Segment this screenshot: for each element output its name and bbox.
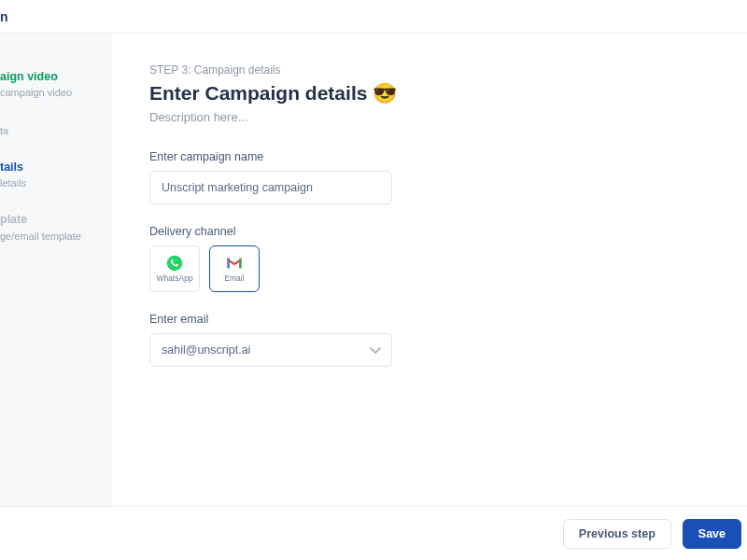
- channel-email[interactable]: Email: [209, 245, 260, 292]
- svg-point-0: [167, 256, 183, 272]
- step-title: plate: [0, 212, 112, 227]
- campaign-name-field: Enter campaign name: [149, 150, 710, 204]
- campaign-name-input[interactable]: [149, 171, 392, 204]
- channel-whatsapp[interactable]: WhatsApp: [149, 245, 200, 292]
- step-subtitle: campaign video: [0, 86, 112, 99]
- layout: aign video campaign video ta tails letai…: [0, 34, 747, 506]
- step-title: aign video: [0, 69, 112, 84]
- channel-label: WhatsApp: [156, 273, 192, 283]
- sidebar-step-4[interactable]: plate ge/email template: [0, 204, 112, 258]
- email-field: Enter email: [149, 313, 710, 367]
- step-subtitle: ge/email template: [0, 230, 112, 243]
- sunglasses-emoji-icon: 😎: [373, 82, 397, 105]
- page-title: Enter Campaign details 😎: [149, 82, 710, 105]
- delivery-channel-label: Delivery channel: [149, 225, 710, 238]
- header-title: n: [0, 9, 8, 24]
- gmail-icon: [226, 255, 243, 272]
- title-text: Enter Campaign details: [149, 82, 367, 105]
- previous-step-button[interactable]: Previous step: [563, 519, 671, 549]
- sidebar-step-2[interactable]: ta: [0, 115, 112, 152]
- delivery-channel-options: WhatsApp Email: [149, 245, 710, 292]
- step-indicator: STEP 3: Campaign details: [149, 63, 710, 77]
- page-header: n: [0, 0, 747, 34]
- save-button[interactable]: Save: [683, 519, 741, 549]
- email-label: Enter email: [149, 313, 710, 326]
- delivery-channel-field: Delivery channel WhatsApp: [149, 225, 710, 292]
- step-subtitle: letails: [0, 176, 112, 189]
- step-subtitle: ta: [0, 124, 112, 137]
- sidebar-step-1[interactable]: aign video campaign video: [0, 62, 112, 115]
- wizard-sidebar: aign video campaign video ta tails letai…: [0, 34, 112, 506]
- sidebar-step-3[interactable]: tails letails: [0, 152, 112, 205]
- main-content: STEP 3: Campaign details Enter Campaign …: [112, 34, 747, 506]
- email-select[interactable]: [149, 333, 392, 367]
- footer-bar: Previous step Save: [0, 506, 747, 560]
- email-select-wrap: [149, 333, 392, 367]
- step-title: tails: [0, 160, 112, 175]
- channel-label: Email: [224, 273, 244, 283]
- whatsapp-icon: [166, 255, 183, 272]
- campaign-name-label: Enter campaign name: [149, 150, 710, 163]
- page-description: Description here...: [149, 110, 710, 124]
